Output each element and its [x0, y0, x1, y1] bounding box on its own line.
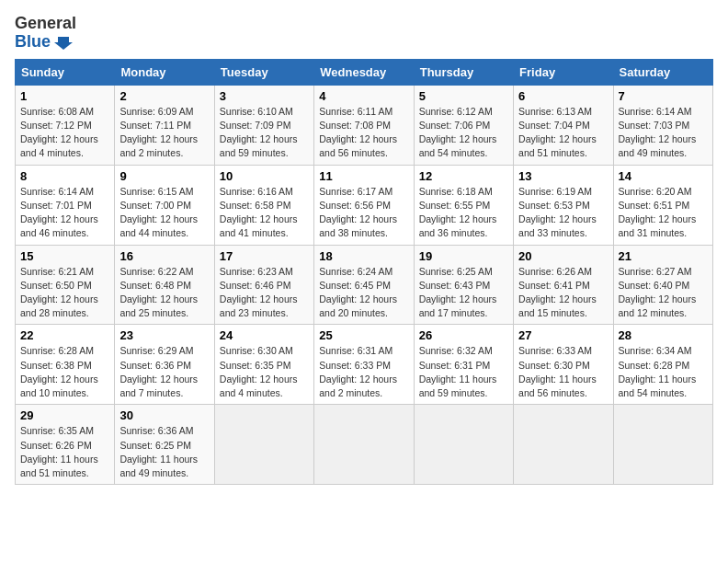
day-number: 11: [319, 169, 408, 183]
calendar-day-cell: 15Sunrise: 6:21 AMSunset: 6:50 PMDayligh…: [16, 245, 115, 325]
calendar-day-cell: 14Sunrise: 6:20 AMSunset: 6:51 PMDayligh…: [613, 165, 712, 245]
calendar-day-cell: [613, 405, 712, 485]
calendar-day-cell: 29Sunrise: 6:35 AMSunset: 6:26 PMDayligh…: [16, 405, 115, 485]
calendar-day-cell: 27Sunrise: 6:33 AMSunset: 6:30 PMDayligh…: [514, 325, 613, 405]
day-detail: Sunrise: 6:17 AMSunset: 6:56 PMDaylight:…: [319, 185, 408, 241]
calendar-day-cell: 4Sunrise: 6:11 AMSunset: 7:08 PMDaylight…: [314, 85, 414, 165]
weekday-header-cell: Monday: [115, 59, 214, 85]
day-number: 7: [619, 89, 708, 103]
day-number: 24: [220, 328, 309, 342]
calendar-day-cell: 16Sunrise: 6:22 AMSunset: 6:48 PMDayligh…: [115, 245, 214, 325]
calendar-day-cell: 9Sunrise: 6:15 AMSunset: 7:00 PMDaylight…: [115, 165, 214, 245]
day-number: 28: [619, 328, 708, 342]
day-detail: Sunrise: 6:15 AMSunset: 7:00 PMDaylight:…: [119, 185, 209, 241]
day-number: 21: [619, 249, 708, 263]
day-number: 27: [518, 328, 608, 342]
calendar-body: 1Sunrise: 6:08 AMSunset: 7:12 PMDaylight…: [16, 85, 713, 484]
calendar-day-cell: 18Sunrise: 6:24 AMSunset: 6:45 PMDayligh…: [314, 245, 414, 325]
day-number: 22: [20, 328, 109, 342]
calendar-day-cell: 11Sunrise: 6:17 AMSunset: 6:56 PMDayligh…: [314, 165, 414, 245]
day-detail: Sunrise: 6:34 AMSunset: 6:28 PMDaylight:…: [619, 344, 708, 400]
day-detail: Sunrise: 6:13 AMSunset: 7:04 PMDaylight:…: [518, 105, 608, 161]
weekday-header-cell: Tuesday: [214, 59, 313, 85]
day-number: 16: [119, 249, 209, 263]
day-detail: Sunrise: 6:33 AMSunset: 6:30 PMDaylight:…: [518, 344, 608, 400]
day-detail: Sunrise: 6:22 AMSunset: 6:48 PMDaylight:…: [119, 265, 209, 321]
calendar-day-cell: 5Sunrise: 6:12 AMSunset: 7:06 PMDaylight…: [414, 85, 513, 165]
day-detail: Sunrise: 6:21 AMSunset: 6:50 PMDaylight:…: [20, 265, 109, 321]
weekday-header-cell: Friday: [514, 59, 613, 85]
day-number: 12: [419, 169, 508, 183]
calendar-day-cell: 3Sunrise: 6:10 AMSunset: 7:09 PMDaylight…: [214, 85, 313, 165]
day-number: 8: [20, 169, 109, 183]
calendar-week-row: 1Sunrise: 6:08 AMSunset: 7:12 PMDaylight…: [16, 85, 713, 165]
day-number: 5: [419, 89, 508, 103]
day-detail: Sunrise: 6:14 AMSunset: 7:01 PMDaylight:…: [20, 185, 109, 241]
day-detail: Sunrise: 6:28 AMSunset: 6:38 PMDaylight:…: [20, 344, 109, 400]
weekday-header-cell: Wednesday: [314, 59, 414, 85]
calendar-day-cell: 7Sunrise: 6:14 AMSunset: 7:03 PMDaylight…: [613, 85, 712, 165]
calendar-day-cell: 21Sunrise: 6:27 AMSunset: 6:40 PMDayligh…: [613, 245, 712, 325]
day-detail: Sunrise: 6:23 AMSunset: 6:46 PMDaylight:…: [220, 265, 309, 321]
day-number: 2: [119, 89, 209, 103]
day-detail: Sunrise: 6:30 AMSunset: 6:35 PMDaylight:…: [220, 344, 309, 400]
day-detail: Sunrise: 6:32 AMSunset: 6:31 PMDaylight:…: [419, 344, 508, 400]
calendar-day-cell: [214, 405, 313, 485]
day-number: 3: [220, 89, 309, 103]
day-detail: Sunrise: 6:20 AMSunset: 6:51 PMDaylight:…: [619, 185, 708, 241]
day-number: 20: [518, 249, 608, 263]
day-number: 13: [518, 169, 608, 183]
weekday-header-cell: Thursday: [414, 59, 513, 85]
page-header: General Blue: [15, 15, 713, 52]
calendar-day-cell: 26Sunrise: 6:32 AMSunset: 6:31 PMDayligh…: [414, 325, 513, 405]
day-detail: Sunrise: 6:24 AMSunset: 6:45 PMDaylight:…: [319, 265, 408, 321]
calendar-day-cell: 12Sunrise: 6:18 AMSunset: 6:55 PMDayligh…: [414, 165, 513, 245]
day-detail: Sunrise: 6:10 AMSunset: 7:09 PMDaylight:…: [220, 105, 309, 161]
day-number: 15: [20, 249, 109, 263]
day-number: 23: [119, 328, 209, 342]
arrow-logo-icon: [54, 33, 73, 52]
calendar-week-row: 15Sunrise: 6:21 AMSunset: 6:50 PMDayligh…: [16, 245, 713, 325]
calendar-day-cell: 25Sunrise: 6:31 AMSunset: 6:33 PMDayligh…: [314, 325, 414, 405]
day-detail: Sunrise: 6:25 AMSunset: 6:43 PMDaylight:…: [419, 265, 508, 321]
day-detail: Sunrise: 6:08 AMSunset: 7:12 PMDaylight:…: [20, 105, 109, 161]
calendar-day-cell: 23Sunrise: 6:29 AMSunset: 6:36 PMDayligh…: [115, 325, 214, 405]
weekday-header-row: SundayMondayTuesdayWednesdayThursdayFrid…: [16, 59, 713, 85]
logo: General Blue: [15, 15, 76, 52]
svg-marker-0: [54, 37, 73, 50]
day-number: 4: [319, 89, 408, 103]
day-detail: Sunrise: 6:12 AMSunset: 7:06 PMDaylight:…: [419, 105, 508, 161]
calendar-day-cell: 2Sunrise: 6:09 AMSunset: 7:11 PMDaylight…: [115, 85, 214, 165]
day-detail: Sunrise: 6:35 AMSunset: 6:26 PMDaylight:…: [20, 424, 109, 480]
day-number: 9: [119, 169, 209, 183]
day-detail: Sunrise: 6:36 AMSunset: 6:25 PMDaylight:…: [119, 424, 209, 480]
calendar-day-cell: 20Sunrise: 6:26 AMSunset: 6:41 PMDayligh…: [514, 245, 613, 325]
calendar-day-cell: 10Sunrise: 6:16 AMSunset: 6:58 PMDayligh…: [214, 165, 313, 245]
calendar-week-row: 29Sunrise: 6:35 AMSunset: 6:26 PMDayligh…: [16, 405, 713, 485]
day-detail: Sunrise: 6:27 AMSunset: 6:40 PMDaylight:…: [619, 265, 708, 321]
weekday-header-cell: Saturday: [613, 59, 712, 85]
calendar-day-cell: 22Sunrise: 6:28 AMSunset: 6:38 PMDayligh…: [16, 325, 115, 405]
calendar-day-cell: [514, 405, 613, 485]
calendar-day-cell: 30Sunrise: 6:36 AMSunset: 6:25 PMDayligh…: [115, 405, 214, 485]
calendar-day-cell: 8Sunrise: 6:14 AMSunset: 7:01 PMDaylight…: [16, 165, 115, 245]
calendar-day-cell: 6Sunrise: 6:13 AMSunset: 7:04 PMDaylight…: [514, 85, 613, 165]
weekday-header-cell: Sunday: [16, 59, 115, 85]
day-number: 25: [319, 328, 408, 342]
day-detail: Sunrise: 6:11 AMSunset: 7:08 PMDaylight:…: [319, 105, 408, 161]
day-detail: Sunrise: 6:14 AMSunset: 7:03 PMDaylight:…: [619, 105, 708, 161]
calendar-day-cell: 28Sunrise: 6:34 AMSunset: 6:28 PMDayligh…: [613, 325, 712, 405]
day-number: 30: [119, 408, 209, 422]
calendar-day-cell: [314, 405, 414, 485]
day-number: 29: [20, 408, 109, 422]
calendar-day-cell: 13Sunrise: 6:19 AMSunset: 6:53 PMDayligh…: [514, 165, 613, 245]
day-number: 14: [619, 169, 708, 183]
day-detail: Sunrise: 6:16 AMSunset: 6:58 PMDaylight:…: [220, 185, 309, 241]
day-detail: Sunrise: 6:29 AMSunset: 6:36 PMDaylight:…: [119, 344, 209, 400]
calendar-day-cell: 1Sunrise: 6:08 AMSunset: 7:12 PMDaylight…: [16, 85, 115, 165]
day-detail: Sunrise: 6:31 AMSunset: 6:33 PMDaylight:…: [319, 344, 408, 400]
calendar-day-cell: 19Sunrise: 6:25 AMSunset: 6:43 PMDayligh…: [414, 245, 513, 325]
calendar-week-row: 8Sunrise: 6:14 AMSunset: 7:01 PMDaylight…: [16, 165, 713, 245]
day-detail: Sunrise: 6:09 AMSunset: 7:11 PMDaylight:…: [119, 105, 209, 161]
calendar-week-row: 22Sunrise: 6:28 AMSunset: 6:38 PMDayligh…: [16, 325, 713, 405]
